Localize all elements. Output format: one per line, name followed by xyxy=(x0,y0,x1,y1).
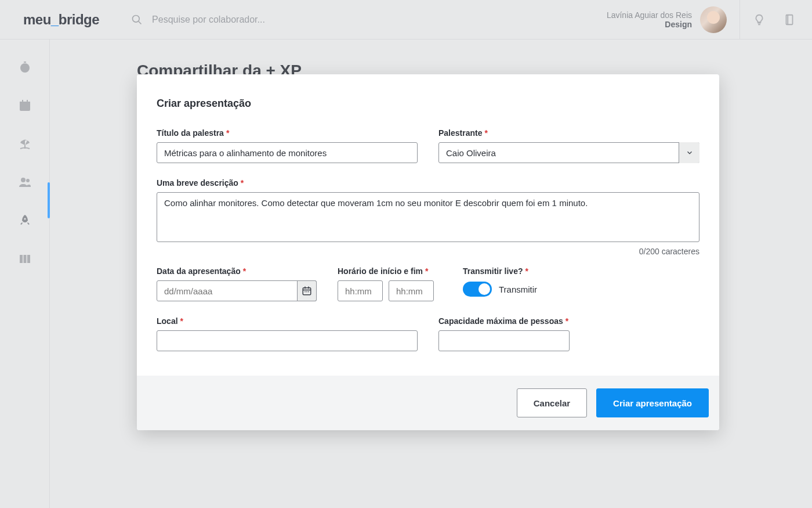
time-inputs xyxy=(338,280,442,301)
cancel-button[interactable]: Cancelar xyxy=(517,388,587,417)
data-label-text: Data da apresentação xyxy=(157,266,241,276)
required-asterisk: * xyxy=(566,316,568,326)
required-asterisk: * xyxy=(525,266,528,276)
time-start-input[interactable] xyxy=(338,280,383,301)
field-titulo: Título da palestra* xyxy=(157,128,418,163)
field-live: Transmitir live?* Transmitir xyxy=(463,266,699,301)
required-asterisk: * xyxy=(425,266,428,276)
date-input[interactable] xyxy=(157,280,317,301)
horario-label: Horário de início e fim* xyxy=(338,266,442,276)
titulo-input[interactable] xyxy=(157,142,418,163)
chevron-down-icon[interactable] xyxy=(679,142,699,163)
capacidade-input[interactable] xyxy=(438,330,570,351)
field-horario: Horário de início e fim* xyxy=(338,266,442,301)
horario-label-text: Horário de início e fim xyxy=(338,266,423,276)
toggle-knob xyxy=(478,283,490,295)
palestrante-select[interactable] xyxy=(438,142,699,163)
form-row-3: Local* Capacidade máxima de pessoas* xyxy=(157,316,699,351)
local-label-text: Local xyxy=(157,316,178,326)
local-input[interactable] xyxy=(157,330,418,351)
modal-title: Criar apresentação xyxy=(157,98,699,110)
field-data: Data da apresentação* xyxy=(157,266,317,301)
submit-button[interactable]: Criar apresentação xyxy=(596,388,709,417)
field-local: Local* xyxy=(157,316,418,351)
descricao-label: Uma breve descrição* xyxy=(157,178,699,188)
toggle-label: Transmitir xyxy=(499,284,537,294)
form-row-1: Título da palestra* Palestrante* xyxy=(157,128,699,163)
modal-footer: Cancelar Criar apresentação xyxy=(137,376,719,430)
local-label: Local* xyxy=(157,316,418,326)
descricao-textarea[interactable] xyxy=(157,192,699,242)
required-asterisk: * xyxy=(243,266,246,276)
modal-body: Criar apresentação Título da palestra* P… xyxy=(137,74,719,376)
required-asterisk: * xyxy=(226,128,229,138)
palestrante-label: Palestrante* xyxy=(438,128,699,138)
live-toggle[interactable] xyxy=(463,282,492,297)
descricao-label-text: Uma breve descrição xyxy=(157,178,238,188)
live-label: Transmitir live?* xyxy=(463,266,699,276)
required-asterisk: * xyxy=(241,178,244,188)
titulo-label-text: Título da palestra xyxy=(157,128,224,138)
capacidade-label-text: Capacidade máxima de pessoas xyxy=(438,316,563,326)
data-label: Data da apresentação* xyxy=(157,266,317,276)
modal-backdrop: Criar apresentação Título da palestra* P… xyxy=(0,0,812,508)
field-descricao: Uma breve descrição* 0/200 caracteres xyxy=(157,178,699,256)
toggle-row: Transmitir xyxy=(463,282,699,297)
palestrante-label-text: Palestrante xyxy=(438,128,482,138)
capacidade-label: Capacidade máxima de pessoas* xyxy=(438,316,570,326)
required-asterisk: * xyxy=(484,128,487,138)
required-asterisk: * xyxy=(180,316,183,326)
live-label-text: Transmitir live? xyxy=(463,266,523,276)
field-capacidade: Capacidade máxima de pessoas* xyxy=(438,316,570,351)
palestrante-select-wrap xyxy=(438,142,699,163)
time-end-input[interactable] xyxy=(389,280,434,301)
form-row-2: Data da apresentação* Horário de início … xyxy=(157,266,699,301)
char-count: 0/200 caracteres xyxy=(157,247,699,256)
calendar-icon[interactable] xyxy=(297,280,317,301)
date-input-wrap xyxy=(157,280,317,301)
create-presentation-modal: Criar apresentação Título da palestra* P… xyxy=(137,74,719,430)
field-palestrante: Palestrante* xyxy=(438,128,699,163)
titulo-label: Título da palestra* xyxy=(157,128,418,138)
